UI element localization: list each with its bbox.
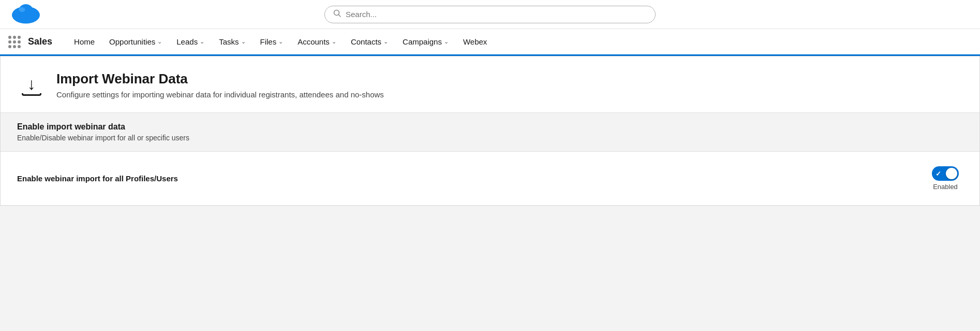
page-header: ↓ Import Webinar Data Configure settings… bbox=[1, 56, 979, 113]
nav-item-campaigns[interactable]: Campaigns ⌄ bbox=[395, 28, 456, 55]
app-name: Sales bbox=[28, 36, 52, 47]
chevron-down-icon: ⌄ bbox=[332, 38, 336, 45]
search-icon bbox=[333, 9, 341, 20]
nav-item-campaigns-label: Campaigns bbox=[403, 37, 442, 46]
svg-point-4 bbox=[19, 7, 25, 12]
search-input[interactable] bbox=[346, 10, 647, 19]
app-launcher-icon[interactable] bbox=[8, 36, 21, 48]
chevron-down-icon: ⌄ bbox=[241, 38, 246, 45]
nav-item-contacts-label: Contacts bbox=[351, 37, 381, 46]
chevron-down-icon: ⌄ bbox=[383, 38, 388, 45]
nav-item-files-label: Files bbox=[260, 37, 277, 46]
search-bar[interactable] bbox=[324, 6, 656, 23]
settings-section: Enable import webinar data Enable/Disabl… bbox=[1, 113, 979, 152]
nav-item-tasks-label: Tasks bbox=[219, 37, 239, 46]
import-icon: ↓ bbox=[17, 71, 46, 100]
toggle-state-label: Enabled bbox=[933, 183, 958, 191]
page-subtitle: Configure settings for importing webinar… bbox=[56, 90, 384, 99]
navbar: Sales Home Opportunities ⌄ Leads ⌄ Tasks… bbox=[0, 29, 980, 56]
page-header-text: Import Webinar Data Configure settings f… bbox=[56, 71, 384, 99]
toggle-row: Enable webinar import for all Profiles/U… bbox=[1, 152, 979, 205]
nav-item-webex[interactable]: Webex bbox=[456, 28, 494, 55]
nav-item-opportunities[interactable]: Opportunities ⌄ bbox=[102, 28, 169, 55]
nav-item-contacts[interactable]: Contacts ⌄ bbox=[344, 28, 395, 55]
toggle-knob bbox=[946, 168, 957, 179]
svg-line-6 bbox=[339, 15, 341, 17]
main-content: ↓ Import Webinar Data Configure settings… bbox=[0, 56, 980, 206]
nav-item-leads[interactable]: Leads ⌄ bbox=[169, 28, 212, 55]
chevron-down-icon: ⌄ bbox=[200, 38, 204, 45]
nav-item-leads-label: Leads bbox=[176, 37, 198, 46]
page-title: Import Webinar Data bbox=[56, 71, 384, 87]
download-arrow-icon: ↓ bbox=[27, 76, 36, 92]
chevron-down-icon: ⌄ bbox=[278, 38, 283, 45]
nav-item-files[interactable]: Files ⌄ bbox=[253, 28, 291, 55]
nav-item-home[interactable]: Home bbox=[67, 28, 102, 55]
enable-toggle[interactable]: ✓ bbox=[932, 166, 959, 181]
section-title: Enable import webinar data bbox=[17, 122, 963, 132]
nav-item-home-label: Home bbox=[74, 37, 95, 46]
toggle-check-icon: ✓ bbox=[936, 170, 941, 178]
chevron-down-icon: ⌄ bbox=[444, 38, 449, 45]
salesforce-logo[interactable] bbox=[10, 3, 41, 26]
nav-item-tasks[interactable]: Tasks ⌄ bbox=[212, 28, 253, 55]
chevron-down-icon: ⌄ bbox=[157, 38, 162, 45]
nav-item-webex-label: Webex bbox=[463, 37, 487, 46]
toggle-wrapper: ✓ Enabled bbox=[932, 166, 959, 191]
toggle-row-label: Enable webinar import for all Profiles/U… bbox=[17, 174, 178, 183]
nav-item-accounts-label: Accounts bbox=[298, 37, 330, 46]
nav-menu: Home Opportunities ⌄ Leads ⌄ Tasks ⌄ Fil… bbox=[67, 28, 494, 55]
section-description: Enable/Disable webinar import for all or… bbox=[17, 134, 963, 142]
download-tray-icon bbox=[22, 93, 41, 96]
nav-item-opportunities-label: Opportunities bbox=[109, 37, 155, 46]
nav-item-accounts[interactable]: Accounts ⌄ bbox=[290, 28, 344, 55]
